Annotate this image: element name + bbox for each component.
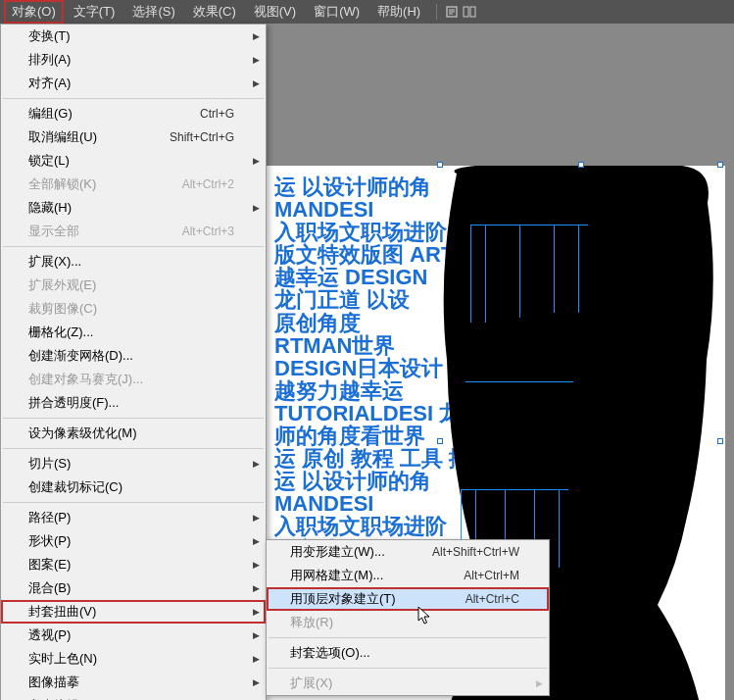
menubar-separator — [436, 4, 437, 20]
menu-show-all: 显示全部Alt+Ctrl+3 — [1, 220, 266, 243]
menu-effect[interactable]: 效果(C) — [185, 0, 244, 24]
svg-rect-2 — [470, 7, 475, 17]
menu-ungroup[interactable]: 取消编组(U)Shift+Ctrl+G — [1, 125, 266, 149]
menu-rasterize[interactable]: 栅格化(Z)... — [1, 321, 266, 344]
menu-shape[interactable]: 形状(P) — [1, 529, 266, 553]
menu-separator — [269, 668, 547, 669]
menu-separator — [3, 246, 264, 247]
menu-image-trace[interactable]: 图像描摹 — [1, 671, 266, 694]
menu-arrange[interactable]: 排列(A) — [1, 48, 266, 72]
menu-separator — [269, 637, 547, 638]
submenu-make-with-top-object[interactable]: 用顶层对象建立(T)Alt+Ctrl+C — [267, 587, 549, 611]
menu-group[interactable]: 编组(G)Ctrl+G — [1, 102, 266, 125]
menu-align[interactable]: 对齐(A) — [1, 72, 266, 95]
menu-expand[interactable]: 扩展(X)... — [1, 250, 266, 274]
submenu-make-with-warp[interactable]: 用变形建立(W)...Alt+Shift+Ctrl+W — [267, 540, 549, 564]
menu-create-gradient-mesh[interactable]: 创建渐变网格(D)... — [1, 344, 266, 368]
menu-view[interactable]: 视图(V) — [246, 0, 304, 24]
menu-lock[interactable]: 锁定(L) — [1, 149, 266, 173]
submenu-expand: 扩展(X) — [267, 672, 549, 695]
menu-select[interactable]: 选择(S) — [124, 0, 182, 24]
menu-transform[interactable]: 变换(T) — [1, 25, 266, 48]
submenu-make-with-mesh[interactable]: 用网格建立(M)...Alt+Ctrl+M — [267, 564, 549, 587]
menu-envelope-distort[interactable]: 封套扭曲(V) — [1, 600, 266, 624]
menu-object[interactable]: 对象(O) — [4, 0, 64, 24]
menu-blend[interactable]: 混合(B) — [1, 576, 266, 600]
menu-window[interactable]: 窗口(W) — [306, 0, 367, 24]
menu-create-mosaic: 创建对象马赛克(J)... — [1, 368, 266, 391]
submenu-release: 释放(R) — [267, 611, 549, 634]
menu-live-paint[interactable]: 实时上色(N) — [1, 647, 266, 671]
menu-perspective[interactable]: 透视(P) — [1, 624, 266, 647]
envelope-distort-submenu: 用变形建立(W)...Alt+Shift+Ctrl+W 用网格建立(M)...A… — [266, 539, 550, 696]
menu-type[interactable]: 文字(T) — [66, 0, 123, 24]
menu-pixel-optimize[interactable]: 设为像素级优化(M) — [1, 422, 266, 445]
menu-flatten-transparency[interactable]: 拼合透明度(F)... — [1, 391, 266, 415]
submenu-envelope-options[interactable]: 封套选项(O)... — [267, 641, 549, 665]
doc-new-icon[interactable] — [445, 5, 461, 19]
object-menu-dropdown: 变换(T) 排列(A) 对齐(A) 编组(G)Ctrl+G 取消编组(U)Shi… — [0, 24, 267, 700]
menu-pattern[interactable]: 图案(E) — [1, 553, 266, 576]
menu-crop-image: 裁剪图像(C) — [1, 297, 266, 321]
arrange-icon[interactable] — [463, 5, 478, 19]
menu-expand-appearance: 扩展外观(E) — [1, 274, 266, 297]
menu-create-cropmarks[interactable]: 创建裁切标记(C) — [1, 475, 266, 499]
menu-separator — [3, 502, 264, 503]
menu-separator — [3, 98, 264, 99]
menu-separator — [3, 418, 264, 419]
menu-text-wrap[interactable]: 文本绕排(W) — [1, 694, 266, 700]
menu-hide[interactable]: 隐藏(H) — [1, 196, 266, 220]
svg-rect-1 — [464, 7, 468, 17]
menu-path[interactable]: 路径(P) — [1, 506, 266, 529]
menubar: 对象(O) 文字(T) 选择(S) 效果(C) 视图(V) 窗口(W) 帮助(H… — [0, 0, 734, 24]
menu-unlock-all: 全部解锁(K)Alt+Ctrl+2 — [1, 173, 266, 196]
menu-separator — [3, 448, 264, 449]
menu-slice[interactable]: 切片(S) — [1, 452, 266, 475]
menu-help[interactable]: 帮助(H) — [369, 0, 428, 24]
